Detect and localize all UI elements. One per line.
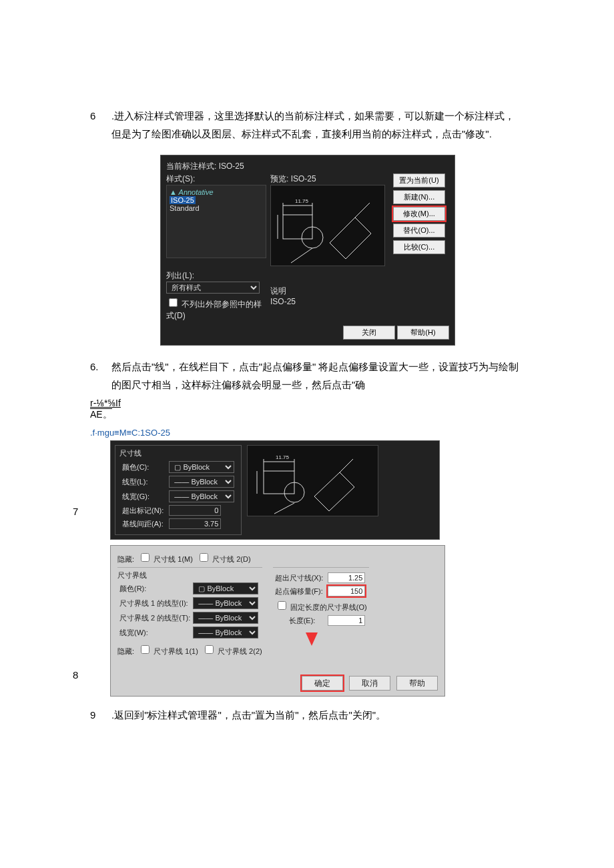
help-button[interactable]: 帮助(H) bbox=[397, 326, 449, 340]
red-arrow-icon bbox=[306, 632, 318, 646]
compare-button[interactable]: 比较(C)... bbox=[393, 240, 445, 254]
svg-marker-12 bbox=[314, 472, 354, 511]
ext1-checkbox[interactable] bbox=[141, 645, 149, 654]
extline-panel: 隐藏: 尺寸线 1(M) 尺寸线 2(D) 尺寸界线 颜色(R):▢ ByBlo… bbox=[110, 545, 445, 697]
styles-listbox[interactable]: ▲ Annotative ISO-25 Standard bbox=[166, 185, 266, 258]
step-6b-text: 然后点击"线"，在线栏目下，点击"起点偏移量" 将起点偏移量设置大一些，设置技巧… bbox=[111, 358, 524, 394]
dimline-panel: 尺寸线 颜色(C):▢ ByBlock 线型(L):—— ByBlock 线宽(… bbox=[110, 440, 440, 540]
override-button[interactable]: 替代(O)... bbox=[393, 224, 445, 238]
figure-number-8: 8 bbox=[73, 669, 78, 681]
style-item-iso25[interactable]: ISO-25 bbox=[170, 196, 196, 204]
ext1-ltype-label: 尺寸界线 1 的线型(I): bbox=[119, 596, 191, 610]
length-label: 长度(E): bbox=[274, 614, 326, 626]
listout-select[interactable]: 所有样式 bbox=[166, 282, 260, 294]
ext-lwt-label: 线宽(W): bbox=[119, 626, 191, 639]
dimline-group-label: 尺寸线 bbox=[119, 448, 237, 458]
ext2-ltype-select[interactable]: —— ByBlock bbox=[193, 612, 258, 624]
set-current-button[interactable]: 置为当前(U) bbox=[393, 173, 445, 187]
svg-text:11.75: 11.75 bbox=[295, 198, 309, 204]
ext2-ltype-label: 尺寸界线 2 的线型(T): bbox=[119, 611, 191, 624]
origin-offset-label: 起点偏移量(F): bbox=[274, 585, 326, 597]
linetype-select[interactable]: —— ByBlock bbox=[169, 476, 234, 488]
modify-button[interactable]: 修改(M)... bbox=[393, 207, 445, 221]
ext-tick-input[interactable] bbox=[169, 505, 221, 516]
baseline-label: 基线间距(A): bbox=[119, 517, 166, 530]
ext-beyond-input[interactable]: 1.25 bbox=[328, 572, 365, 583]
svg-rect-0 bbox=[283, 215, 312, 239]
length-input[interactable]: 1 bbox=[328, 615, 365, 626]
ext2-checkbox[interactable] bbox=[205, 645, 214, 654]
preview-pane: 11.75 bbox=[270, 185, 385, 266]
dimline2-checkbox[interactable] bbox=[200, 553, 208, 562]
help-button-2[interactable]: 帮助 bbox=[396, 676, 438, 691]
svg-line-17 bbox=[274, 503, 294, 514]
hide-label: 隐藏: bbox=[117, 555, 134, 563]
step-6-number: 6 bbox=[90, 107, 102, 143]
ext1-ltype-select[interactable]: —— ByBlock bbox=[193, 597, 258, 609]
step-9-text: .返回到"标注样式管理器"，点击"置为当前"，然后点击"关闭"。 bbox=[111, 706, 524, 724]
svg-text:11.75: 11.75 bbox=[276, 454, 290, 460]
lineweight-label: 线宽(G): bbox=[119, 489, 166, 504]
lineweight-select[interactable]: —— ByBlock bbox=[169, 490, 234, 502]
figure-number-7: 7 bbox=[73, 506, 78, 517]
step-6-text: .进入标注样式管理器，这里选择默认的当前标注样式，如果需要，可以新建一个标注样式… bbox=[111, 107, 524, 143]
blue-note: .f·mgu≡M≡C:1SO-25 bbox=[90, 428, 524, 438]
svg-line-18 bbox=[340, 459, 353, 472]
linetype-label: 线型(L): bbox=[119, 474, 166, 489]
fixed-ext-checkbox[interactable] bbox=[278, 601, 286, 610]
new-button[interactable]: 新建(N)... bbox=[393, 190, 445, 204]
ok-button[interactable]: 确定 bbox=[302, 676, 343, 691]
style-item-standard[interactable]: Standard bbox=[170, 204, 263, 212]
color-select[interactable]: ▢ ByBlock bbox=[169, 461, 234, 473]
dimline1-checkbox[interactable] bbox=[141, 553, 149, 562]
svg-line-7 bbox=[291, 248, 312, 263]
fixed-ext-label: 固定长度的尺寸界线(O) bbox=[290, 603, 367, 611]
frag-text-1: r-⅛*⅝If bbox=[90, 398, 524, 408]
color-label: 颜色(C): bbox=[119, 460, 166, 474]
modify-preview-pane: 11.75 bbox=[247, 445, 378, 516]
step-6b-number: 6. bbox=[90, 358, 102, 394]
origin-offset-input[interactable]: 150 bbox=[328, 586, 365, 596]
hide-xref-label: 不列出外部参照中的样式(D) bbox=[166, 300, 262, 320]
preview-label: 预览: ISO-25 bbox=[270, 173, 389, 185]
cancel-button[interactable]: 取消 bbox=[349, 676, 390, 691]
dimstyle-manager-dialog: 当前标注样式: ISO-25 样式(S): ▲ Annotative ISO-2… bbox=[160, 155, 455, 346]
ext-hide-label: 隐藏: bbox=[117, 647, 134, 655]
ext-color-label: 颜色(R): bbox=[119, 582, 191, 595]
listout-label: 列出(L): bbox=[166, 270, 266, 282]
current-style-label: 当前标注样式: ISO-25 bbox=[166, 161, 449, 172]
svg-marker-2 bbox=[330, 218, 371, 259]
svg-rect-10 bbox=[264, 471, 294, 494]
svg-line-8 bbox=[355, 203, 370, 218]
ext-color-select[interactable]: ▢ ByBlock bbox=[193, 582, 258, 594]
ext-lwt-select[interactable]: —— ByBlock bbox=[193, 626, 258, 638]
extline-group-label: 尺寸界线 bbox=[117, 570, 262, 580]
ext-tick-label: 超出标记(N): bbox=[119, 504, 166, 517]
desc-value: ISO-25 bbox=[270, 297, 296, 306]
ext-beyond-label: 超出尺寸线(X): bbox=[274, 572, 326, 584]
baseline-input[interactable] bbox=[169, 518, 221, 529]
close-button[interactable]: 关闭 bbox=[343, 326, 395, 340]
styles-label: 样式(S): bbox=[166, 173, 266, 185]
frag-text-2: AE。 bbox=[90, 408, 112, 421]
step-9-number: 9 bbox=[90, 706, 102, 724]
desc-label: 说明 bbox=[270, 286, 296, 297]
hide-xref-checkbox[interactable] bbox=[169, 298, 178, 307]
